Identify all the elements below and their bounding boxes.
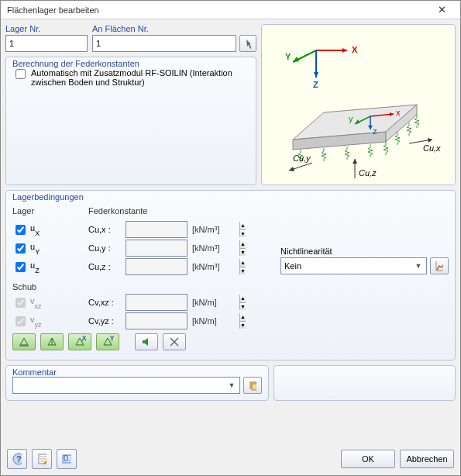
nichtlin-edit-button[interactable] [430, 257, 449, 274]
cancel-button[interactable]: Abbrechen [400, 450, 454, 468]
cuz-label: Cu,z : [88, 262, 121, 271]
rf-soilin-label: Automatisch mit Zusatzmodul RF-SOILIN (I… [31, 68, 249, 87]
svg-text:y: y [349, 114, 353, 123]
units-button[interactable]: 0.00 [57, 449, 77, 469]
support-y-icon: Y [101, 336, 114, 348]
preset-sound-button[interactable] [135, 333, 158, 350]
svg-marker-1 [342, 48, 347, 53]
svg-text:0.00: 0.00 [64, 454, 71, 463]
cvxz-label: Cv,xz : [88, 298, 121, 307]
close-button[interactable]: ✕ [426, 2, 457, 18]
decimals-icon: 0.00 [62, 453, 71, 465]
svg-marker-32 [20, 338, 28, 345]
svg-text:Y: Y [109, 336, 114, 343]
note-icon [37, 453, 46, 465]
an-flaechen-input[interactable] [92, 35, 236, 52]
lagerbedingungen-group: Lagerbedingungen Lager Federkonstante uX… [5, 190, 456, 360]
vyz-check [15, 316, 26, 326]
cuy-unit: [kN/m³] [192, 243, 219, 253]
empty-group [274, 365, 456, 401]
cross-icon [168, 336, 181, 348]
uy-check[interactable] [15, 243, 26, 254]
speaker-icon [140, 336, 153, 348]
footer-bar: ? 0.00 OK Abbrechen [1, 446, 460, 475]
kommentar-pick-button[interactable] [243, 377, 262, 394]
support-fixed-icon [18, 336, 30, 348]
lager-nr-input[interactable] [5, 35, 88, 52]
graph-icon [435, 260, 443, 271]
preset-clear-button[interactable] [163, 333, 186, 350]
svg-text:Cu,z: Cu,z [359, 168, 377, 178]
rf-soilin-check[interactable] [15, 69, 26, 79]
uz-check[interactable] [15, 262, 26, 272]
nichtlin-combo[interactable]: Kein ▼ [280, 257, 427, 274]
cux-unit: [kN/m³] [192, 225, 219, 234]
preset-1-button[interactable] [12, 333, 36, 350]
lager-head: Lager [12, 206, 84, 216]
nichtlin-value: Kein [284, 261, 412, 271]
svg-marker-28 [353, 159, 357, 164]
svg-text:x: x [396, 108, 401, 117]
dialog-window: Flächenlager bearbeiten ✕ Lager Nr. An F… [0, 0, 461, 476]
chevron-down-icon: ▼ [225, 381, 238, 389]
kommentar-legend: Kommentar [12, 367, 57, 377]
svg-text:Cu,y: Cu,y [293, 153, 311, 163]
pick-surface-button[interactable] [239, 35, 256, 52]
svg-text:Cu,x: Cu,x [423, 143, 441, 153]
svg-marker-5 [314, 72, 318, 78]
ux-check[interactable] [15, 225, 26, 235]
svg-text:Z: Z [313, 80, 318, 89]
vxz-check-label[interactable]: vxz [12, 295, 46, 310]
svg-marker-40 [143, 338, 148, 346]
cvyz-label: Cv,yz : [88, 316, 121, 326]
library-icon [249, 380, 256, 391]
window-title: Flächenlager bearbeiten [7, 5, 426, 15]
schub-head: Schub [12, 282, 276, 291]
cvyz-spinner[interactable]: ▲▼ [126, 312, 187, 329]
ok-button[interactable]: OK [341, 450, 395, 468]
support-x-icon: X [74, 336, 86, 348]
lager-nr-label: Lager Nr. [5, 24, 88, 33]
svg-text:X: X [81, 336, 86, 343]
feder-head: Federkonstante [88, 206, 147, 216]
lagerbed-legend: Lagerbedingungen [12, 192, 84, 202]
kommentar-group: Kommentar ▼ [5, 365, 269, 401]
preset-2-button[interactable] [40, 333, 64, 350]
vxz-check [15, 298, 26, 308]
berechnung-group: Berechnung der Federkonstanten Automatis… [5, 57, 256, 185]
preset-4-button[interactable]: Y [96, 333, 119, 350]
pick-icon [245, 38, 251, 49]
cuy-spinner[interactable]: ▲▼ [126, 240, 187, 257]
kommentar-combo[interactable]: ▼ [12, 377, 240, 394]
an-flaechen-label: An Flächen Nr. [92, 24, 236, 33]
uz-check-label[interactable]: uZ [12, 260, 46, 274]
illustration-panel: X Y Z x y z [261, 24, 456, 185]
cvyz-unit: [kN/m] [192, 316, 217, 326]
cvxz-spinner[interactable]: ▲▼ [126, 294, 187, 311]
titlebar: Flächenlager bearbeiten ✕ [1, 1, 460, 19]
rf-soilin-checkbox[interactable]: Automatisch mit Zusatzmodul RF-SOILIN (I… [12, 68, 249, 87]
note-button[interactable] [32, 449, 52, 469]
cux-spinner[interactable]: ▲▼ [126, 221, 187, 238]
cuy-label: Cu,y : [88, 243, 121, 253]
svg-marker-25 [289, 167, 294, 171]
cuz-unit: [kN/m³] [192, 262, 219, 271]
berechnung-legend: Berechnung der Federkonstanten [12, 59, 139, 68]
help-button[interactable]: ? [7, 449, 27, 469]
cvxz-unit: [kN/m] [192, 298, 217, 307]
vyz-check-label[interactable]: vyz [12, 314, 46, 329]
svg-text:Y: Y [285, 52, 291, 61]
help-icon: ? [12, 453, 22, 465]
preset-3-button[interactable]: X [68, 333, 91, 350]
cuz-spinner[interactable]: ▲▼ [126, 258, 187, 275]
svg-text:?: ? [16, 454, 22, 464]
support-z-icon [46, 336, 58, 348]
support-diagram-icon: X Y Z x y z [270, 27, 448, 182]
svg-rect-44 [252, 384, 256, 390]
cux-label: Cu,x : [88, 225, 121, 234]
chevron-down-icon: ▼ [412, 262, 425, 270]
uy-check-label[interactable]: uY [12, 241, 46, 256]
nichtlin-label: Nichtlinearität [280, 247, 449, 256]
svg-marker-22 [428, 138, 432, 143]
ux-check-label[interactable]: uX [12, 222, 46, 237]
